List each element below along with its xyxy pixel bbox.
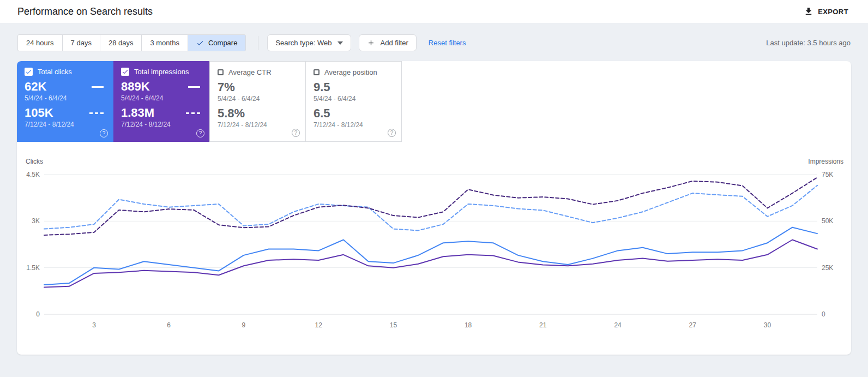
export-label: EXPORT bbox=[818, 8, 848, 16]
svg-text:12: 12 bbox=[315, 321, 323, 329]
svg-text:24: 24 bbox=[614, 321, 622, 329]
compare-button[interactable]: Compare bbox=[188, 34, 246, 51]
metric-range-period1: 5/4/24 - 6/4/24 bbox=[121, 94, 203, 102]
checkbox-total-impressions[interactable] bbox=[121, 68, 129, 76]
svg-text:3K: 3K bbox=[32, 217, 40, 225]
svg-text:1.5K: 1.5K bbox=[26, 264, 40, 272]
metric-label: Average CTR bbox=[228, 68, 272, 76]
metric-value-period1: 9.5 bbox=[314, 81, 330, 93]
page-title: Performance on Search results bbox=[17, 6, 153, 17]
metric-label: Average position bbox=[324, 68, 377, 76]
metric-range-period1: 5/4/24 - 6/4/24 bbox=[25, 94, 107, 102]
performance-panel: Total clicks 62K 5/4/24 - 6/4/24 105K 7/… bbox=[17, 61, 851, 355]
question-circle-icon[interactable] bbox=[196, 129, 204, 137]
checkbox-average-position[interactable] bbox=[314, 69, 320, 75]
svg-text:25K: 25K bbox=[822, 264, 833, 272]
svg-text:21: 21 bbox=[539, 321, 547, 329]
question-circle-icon[interactable] bbox=[100, 129, 108, 137]
metric-label: Total clicks bbox=[38, 68, 72, 76]
date-range-button-7-days[interactable]: 7 days bbox=[62, 34, 100, 51]
metric-value-period2: 6.5 bbox=[314, 107, 330, 119]
export-button[interactable]: EXPORT bbox=[801, 3, 851, 20]
question-circle-icon[interactable] bbox=[388, 129, 396, 137]
svg-text:0: 0 bbox=[822, 310, 825, 318]
svg-text:50K: 50K bbox=[822, 217, 833, 225]
svg-text:0: 0 bbox=[36, 310, 40, 318]
date-range-button-28-days[interactable]: 28 days bbox=[100, 34, 142, 51]
svg-text:27: 27 bbox=[689, 321, 697, 329]
question-circle-icon[interactable] bbox=[292, 129, 300, 137]
metric-range-period2: 7/12/24 - 8/12/24 bbox=[25, 121, 107, 128]
metric-value-period1: 62K bbox=[25, 81, 46, 93]
metric-value-period2: 5.8% bbox=[218, 107, 245, 119]
metric-range-period2: 7/12/24 - 8/12/24 bbox=[314, 121, 395, 129]
performance-chart[interactable]: 001.5K25K3K50K4.5K75KClicksImpressions36… bbox=[17, 142, 851, 355]
reset-filters-link[interactable]: Reset filters bbox=[424, 35, 471, 50]
metric-card-average-position[interactable]: Average position 9.5 5/4/24 - 6/4/24 6.5… bbox=[305, 61, 402, 142]
check-icon bbox=[196, 39, 204, 47]
svg-text:4.5K: 4.5K bbox=[26, 171, 40, 178]
svg-text:15: 15 bbox=[390, 321, 397, 329]
svg-text:Impressions: Impressions bbox=[808, 158, 843, 165]
metric-range-period2: 7/12/24 - 8/12/24 bbox=[218, 121, 299, 129]
solid-line-indicator bbox=[92, 86, 104, 88]
add-filter-button[interactable]: Add filter bbox=[359, 34, 417, 51]
checkbox-total-clicks[interactable] bbox=[25, 68, 33, 76]
metric-card-average-ctr[interactable]: Average CTR 7% 5/4/24 - 6/4/24 5.8% 7/12… bbox=[209, 61, 306, 142]
add-filter-label: Add filter bbox=[381, 39, 408, 47]
checkbox-average-ctr[interactable] bbox=[218, 69, 224, 75]
svg-text:6: 6 bbox=[167, 321, 171, 329]
metric-card-total-clicks[interactable]: Total clicks 62K 5/4/24 - 6/4/24 105K 7/… bbox=[17, 61, 113, 142]
plus-icon bbox=[367, 39, 375, 47]
metric-value-period1: 889K bbox=[121, 81, 150, 93]
divider bbox=[258, 36, 258, 50]
chart-canvas[interactable]: 001.5K25K3K50K4.5K75KClicksImpressions36… bbox=[17, 149, 851, 346]
svg-text:75K: 75K bbox=[822, 171, 833, 178]
date-range-button-24-hours[interactable]: 24 hours bbox=[17, 34, 63, 51]
solid-line-indicator bbox=[188, 86, 200, 88]
metric-cards: Total clicks 62K 5/4/24 - 6/4/24 105K 7/… bbox=[17, 61, 851, 142]
svg-text:30: 30 bbox=[764, 321, 771, 329]
metric-card-total-impressions[interactable]: Total impressions 889K 5/4/24 - 6/4/24 1… bbox=[113, 61, 210, 142]
metric-label: Total impressions bbox=[134, 68, 189, 76]
chevron-down-icon bbox=[337, 41, 343, 45]
metric-value-period2: 105K bbox=[25, 107, 53, 119]
svg-text:9: 9 bbox=[242, 321, 246, 329]
metric-range-period1: 5/4/24 - 6/4/24 bbox=[218, 95, 299, 103]
filter-bar: 24 hours 7 days 28 days 3 months Compare… bbox=[0, 23, 868, 61]
metric-range-period1: 5/4/24 - 6/4/24 bbox=[314, 95, 395, 103]
svg-text:Clicks: Clicks bbox=[26, 158, 43, 165]
download-icon bbox=[804, 7, 813, 16]
compare-label: Compare bbox=[208, 39, 237, 47]
dashed-line-indicator bbox=[89, 112, 104, 114]
dashed-line-indicator bbox=[186, 112, 200, 114]
metric-value-period1: 7% bbox=[218, 81, 235, 93]
search-type-dropdown[interactable]: Search type: Web bbox=[267, 34, 351, 51]
date-range-group: 24 hours 7 days 28 days 3 months Compare bbox=[17, 34, 246, 51]
svg-text:3: 3 bbox=[92, 321, 96, 329]
metric-value-period2: 1.83M bbox=[121, 107, 154, 119]
last-update-text: Last update: 3.5 hours ago bbox=[766, 39, 851, 47]
top-bar: Performance on Search results EXPORT bbox=[0, 0, 868, 23]
date-range-button-3-months[interactable]: 3 months bbox=[141, 34, 188, 51]
search-type-label: Search type: Web bbox=[275, 39, 331, 47]
metric-range-period2: 7/12/24 - 8/12/24 bbox=[121, 121, 203, 128]
svg-text:18: 18 bbox=[465, 321, 472, 329]
